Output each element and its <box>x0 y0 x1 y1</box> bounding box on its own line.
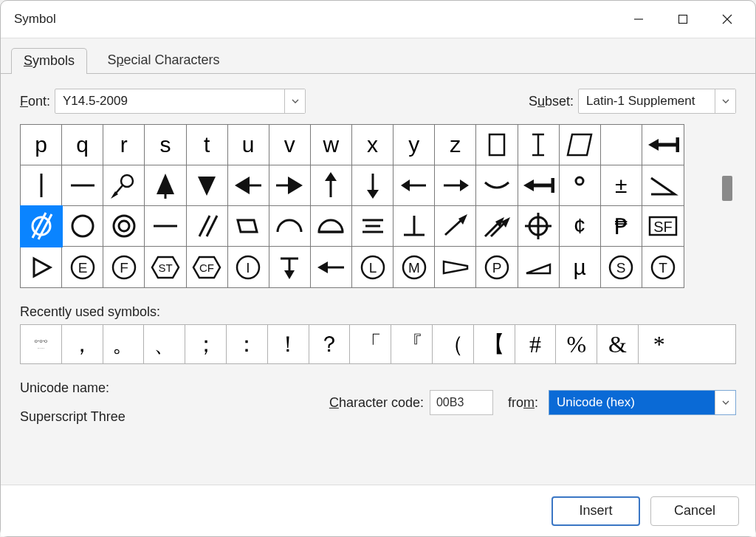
close-button[interactable] <box>705 3 749 35</box>
symbol-cell[interactable] <box>62 165 103 206</box>
symbol-cell[interactable] <box>187 165 228 206</box>
symbol-cell[interactable] <box>21 206 62 247</box>
recent-symbol-cell[interactable]: ？ <box>309 325 351 363</box>
svg-marker-19 <box>198 177 216 196</box>
symbol-cell[interactable]: E <box>62 247 103 287</box>
symbol-cell[interactable] <box>394 206 435 247</box>
symbol-cell[interactable]: P <box>476 247 518 287</box>
symbol-cell[interactable] <box>560 165 601 206</box>
symbol-cell[interactable] <box>228 165 269 206</box>
chevron-down-icon[interactable] <box>284 89 305 113</box>
symbol-cell[interactable]: µ <box>560 247 601 287</box>
chevron-down-icon[interactable] <box>715 391 735 414</box>
symbol-cell[interactable]: t <box>187 125 228 165</box>
symbol-cell[interactable] <box>352 206 394 247</box>
symbol-cell[interactable] <box>145 165 186 206</box>
symbol-cell[interactable] <box>103 165 145 206</box>
insert-button[interactable]: Insert <box>551 496 640 526</box>
symbol-cell[interactable] <box>311 165 352 206</box>
symbol-cell[interactable] <box>518 206 560 247</box>
recent-symbol-cell[interactable]: 「 <box>350 325 391 363</box>
symbol-cell[interactable] <box>145 206 186 247</box>
symbol-cell[interactable]: L <box>352 247 394 287</box>
symbol-cell[interactable]: v <box>269 125 311 165</box>
recent-symbol-cell[interactable]: ！ <box>268 325 309 363</box>
recent-symbol-cell[interactable]: * <box>639 325 680 363</box>
symbol-cell[interactable] <box>103 206 145 247</box>
recent-symbol-cell[interactable]: 【 <box>474 325 515 363</box>
scrollbar-vertical[interactable] <box>718 124 736 288</box>
symbol-cell[interactable]: s <box>145 125 186 165</box>
font-combo[interactable]: Y14.5-2009 <box>55 89 306 114</box>
from-combo[interactable]: Unicode (hex) <box>549 390 736 415</box>
subset-combo[interactable]: Latin-1 Supplement <box>578 89 736 114</box>
recent-symbol-cell[interactable]: # <box>515 325 557 363</box>
symbol-cell[interactable] <box>228 206 269 247</box>
symbol-cell[interactable] <box>311 247 352 287</box>
symbol-cell[interactable] <box>269 165 311 206</box>
symbol-cell[interactable] <box>269 206 311 247</box>
symbol-cell[interactable]: I <box>228 247 269 287</box>
symbol-cell[interactable]: x <box>352 125 394 165</box>
recent-symbol-cell[interactable]: ， <box>62 325 103 363</box>
scrollbar-thumb[interactable] <box>722 176 732 201</box>
recent-symbol-cell[interactable]: 『 <box>391 325 433 363</box>
symbol-cell[interactable] <box>476 206 518 247</box>
symbol-cell[interactable]: SF <box>642 206 684 247</box>
symbol-cell[interactable]: T <box>642 247 684 287</box>
subset-label: Subset: <box>529 94 574 109</box>
symbol-cell[interactable] <box>518 125 560 165</box>
symbol-grid[interactable]: pqrstuvwxyz±¢₱SFEFSTCFILMPµST <box>20 124 684 288</box>
symbol-cell[interactable] <box>352 165 394 206</box>
symbol-cell[interactable]: F <box>103 247 145 287</box>
symbol-cell[interactable] <box>435 206 476 247</box>
symbol-cell[interactable] <box>187 206 228 247</box>
symbol-cell[interactable]: w <box>311 125 352 165</box>
symbol-cell[interactable] <box>518 165 560 206</box>
symbol-cell[interactable] <box>642 125 684 165</box>
symbol-cell[interactable]: q <box>62 125 103 165</box>
symbol-cell[interactable] <box>560 125 601 165</box>
symbol-cell[interactable] <box>435 247 476 287</box>
recent-symbol-cell[interactable]: （ <box>433 325 474 363</box>
symbol-cell[interactable] <box>269 247 311 287</box>
symbol-cell[interactable] <box>435 165 476 206</box>
recent-symbol-cell[interactable]: 。 <box>103 325 145 363</box>
maximize-button[interactable] <box>661 3 705 35</box>
tab-special-characters[interactable]: Special Characters <box>94 47 232 73</box>
symbol-cell[interactable]: ± <box>601 165 642 206</box>
character-code-input[interactable] <box>430 390 493 415</box>
symbol-cell[interactable]: M <box>394 247 435 287</box>
symbol-cell[interactable] <box>21 165 62 206</box>
recent-symbols-grid[interactable]: o-o-o......，。、；：！？「『（【#%&* <box>20 324 736 364</box>
symbol-cell[interactable] <box>518 247 560 287</box>
symbol-cell[interactable] <box>642 165 684 206</box>
recent-symbol-cell[interactable]: & <box>597 325 639 363</box>
symbol-cell[interactable]: p <box>21 125 62 165</box>
symbol-cell[interactable]: z <box>435 125 476 165</box>
symbol-cell[interactable]: ST <box>145 247 186 287</box>
symbol-cell[interactable] <box>601 125 642 165</box>
symbol-cell[interactable] <box>311 206 352 247</box>
symbol-cell[interactable] <box>21 247 62 287</box>
symbol-cell[interactable]: r <box>103 125 145 165</box>
symbol-cell[interactable] <box>476 165 518 206</box>
symbol-cell[interactable]: S <box>601 247 642 287</box>
symbol-cell[interactable] <box>476 125 518 165</box>
chevron-down-icon[interactable] <box>715 89 735 113</box>
symbol-cell[interactable]: u <box>228 125 269 165</box>
recent-symbol-cell[interactable]: % <box>556 325 597 363</box>
symbol-cell[interactable]: ¢ <box>560 206 601 247</box>
minimize-button[interactable] <box>616 3 661 35</box>
symbol-cell[interactable] <box>62 206 103 247</box>
symbol-cell[interactable]: y <box>394 125 435 165</box>
symbol-cell[interactable]: ₱ <box>601 206 642 247</box>
recent-symbol-cell[interactable]: ： <box>227 325 268 363</box>
symbol-cell[interactable]: CF <box>187 247 228 287</box>
tab-symbols[interactable]: Symbols <box>11 48 87 74</box>
cancel-button[interactable]: Cancel <box>650 496 739 526</box>
symbol-cell[interactable] <box>394 165 435 206</box>
recent-symbol-cell[interactable]: 、 <box>144 325 185 363</box>
recent-symbol-cell[interactable]: ； <box>185 325 227 363</box>
recent-symbol-cell[interactable]: o-o-o...... <box>21 325 62 363</box>
